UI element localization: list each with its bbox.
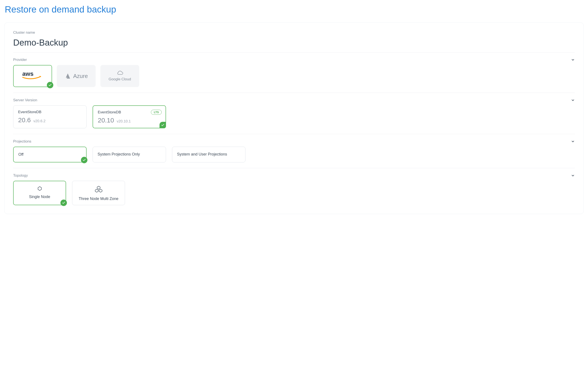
provider-card-aws[interactable]: aws <box>13 65 52 87</box>
version-number: 20.10 <box>98 117 114 124</box>
projection-card-system-only[interactable]: System Projections Only <box>93 147 166 162</box>
provider-options: aws Azure Google Cloud <box>13 65 575 87</box>
svg-marker-3 <box>95 189 98 192</box>
chevron-down-icon[interactable] <box>571 139 575 143</box>
projections-section-header: Projections <box>13 139 575 144</box>
multi-node-icon <box>76 186 121 193</box>
svg-marker-4 <box>99 189 102 192</box>
check-icon <box>47 82 53 88</box>
provider-card-azure[interactable]: Azure <box>57 65 96 87</box>
provider-card-gcloud[interactable]: Google Cloud <box>100 65 139 87</box>
projection-card-off[interactable]: Off <box>13 147 86 162</box>
topology-card-multi[interactable]: Three Node Multi Zone <box>72 181 125 205</box>
projection-label: System Projections Only <box>98 152 140 156</box>
chevron-down-icon[interactable] <box>571 174 575 178</box>
version-card-20-10[interactable]: EventStoreDB 20.10 v20.10.1 LTS <box>93 105 166 128</box>
server-version-section-header: Server Version <box>13 98 575 102</box>
projection-label: Off <box>18 152 23 157</box>
topology-label-text: Single Node <box>18 195 62 199</box>
server-version-options: EventStoreDB 20.6 v20.6.2 EventStoreDB 2… <box>13 105 575 128</box>
azure-label: Azure <box>73 73 88 79</box>
gcloud-label: Google Cloud <box>108 77 131 81</box>
svg-marker-2 <box>97 186 100 189</box>
aws-logo-icon: aws <box>21 71 44 81</box>
check-icon <box>61 200 67 206</box>
provider-section-header: Provider <box>13 58 575 62</box>
projections-options: Off System Projections Only System and U… <box>13 147 575 162</box>
check-icon <box>160 122 166 128</box>
version-subversion: v20.10.1 <box>117 119 131 123</box>
topology-options: Single Node Three Node Multi Zone <box>13 181 575 205</box>
topology-label: Topology <box>13 173 28 178</box>
projection-card-system-user[interactable]: System and User Projections <box>172 147 245 162</box>
version-subversion: v20.6.2 <box>33 119 45 123</box>
azure-logo-icon: Azure <box>64 73 88 79</box>
config-panel: Cluster name Demo-Backup Provider aws <box>4 23 584 214</box>
svg-marker-1 <box>38 187 42 190</box>
divider <box>13 52 575 52</box>
svg-text:aws: aws <box>22 71 33 77</box>
gcloud-logo-icon: Google Cloud <box>108 71 131 81</box>
single-node-icon <box>18 186 62 191</box>
lts-badge: LTS <box>151 110 162 115</box>
cluster-name-label: Cluster name <box>13 30 575 35</box>
version-number: 20.6 <box>18 116 31 124</box>
topology-section-header: Topology <box>13 173 575 178</box>
page-title: Restore on demand backup <box>5 4 584 15</box>
cluster-name-value: Demo-Backup <box>13 38 575 47</box>
projection-label: System and User Projections <box>177 152 227 156</box>
divider <box>13 93 575 93</box>
chevron-down-icon[interactable] <box>571 98 575 102</box>
topology-card-single[interactable]: Single Node <box>13 181 66 205</box>
check-icon <box>81 157 87 163</box>
topology-label-text: Three Node Multi Zone <box>76 197 121 201</box>
projections-label: Projections <box>13 139 31 144</box>
version-card-20-6[interactable]: EventStoreDB 20.6 v20.6.2 <box>13 105 86 128</box>
server-version-label: Server Version <box>13 98 37 102</box>
provider-label: Provider <box>13 58 27 62</box>
version-product: EventStoreDB <box>18 110 82 114</box>
cluster-name-label-text: Cluster name <box>13 30 35 35</box>
chevron-down-icon[interactable] <box>571 58 575 62</box>
